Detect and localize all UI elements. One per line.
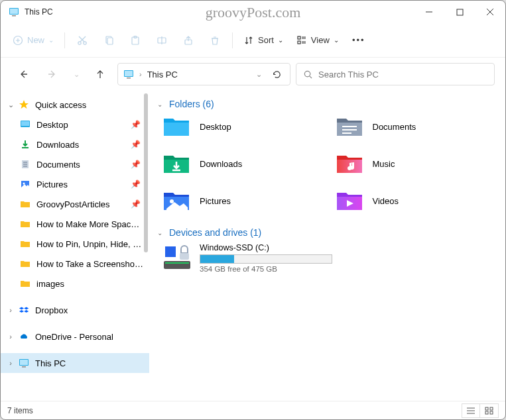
folder-music[interactable]: Music — [336, 152, 502, 176]
sidebar-item-documents[interactable]: Documents 📌 — [1, 154, 149, 174]
star-icon — [18, 99, 30, 111]
sidebar-item-folder[interactable]: How to Pin, Unpin, Hide, and — [1, 234, 149, 254]
more-button[interactable]: ••• — [347, 28, 371, 52]
sidebar-item-quick-access[interactable]: ⌄ Quick access — [1, 95, 149, 115]
section-folders[interactable]: ⌄ Folders (6) — [157, 99, 501, 109]
sidebar-item-dropbox[interactable]: › Dropbox — [1, 300, 149, 320]
paste-button[interactable] — [123, 28, 147, 52]
sidebar-item-pictures[interactable]: Pictures 📌 — [1, 174, 149, 194]
pin-icon: 📌 — [131, 199, 141, 209]
svg-rect-66 — [490, 411, 493, 414]
svg-rect-31 — [127, 78, 131, 79]
search-box[interactable] — [296, 63, 495, 85]
chevron-down-icon: ⌄ — [278, 36, 283, 44]
sidebar-item-folder[interactable]: How to Make More Space Av — [1, 214, 149, 234]
grid-icon — [485, 407, 494, 415]
delete-button[interactable] — [203, 28, 227, 52]
pin-icon: 📌 — [131, 160, 141, 169]
svg-rect-56 — [165, 252, 170, 257]
folder-icon — [19, 238, 31, 250]
search-icon — [303, 70, 313, 79]
this-pc-icon — [18, 357, 30, 369]
section-drives[interactable]: ⌄ Devices and drives (1) — [157, 227, 501, 238]
folder-downloads[interactable]: Downloads — [162, 152, 329, 176]
this-pc-icon — [9, 7, 19, 17]
share-button[interactable] — [176, 28, 200, 52]
svg-point-50 — [170, 199, 174, 203]
close-button[interactable] — [475, 1, 505, 23]
drive-label: Windows-SSD (C:) — [200, 243, 332, 252]
maximize-button[interactable] — [444, 1, 475, 23]
folder-videos[interactable]: Videos — [336, 189, 502, 213]
minimize-button[interactable] — [414, 1, 444, 23]
folder-icon — [19, 258, 31, 270]
watermark: groovyPost.com — [206, 4, 301, 21]
window-title: This PC — [25, 7, 53, 17]
up-button[interactable] — [88, 62, 112, 86]
chevron-down-icon[interactable]: ⌄ — [256, 70, 262, 79]
refresh-button[interactable] — [267, 70, 286, 79]
search-input[interactable] — [318, 70, 487, 79]
paste-icon — [130, 35, 141, 46]
svg-rect-4 — [457, 9, 463, 15]
view-details-button[interactable] — [462, 403, 480, 418]
folder-icon — [19, 198, 31, 210]
arrow-up-icon — [95, 69, 105, 79]
sidebar-item-downloads[interactable]: Downloads 📌 — [1, 134, 149, 154]
svg-rect-45 — [22, 366, 26, 368]
forward-button[interactable] — [40, 62, 64, 86]
svg-rect-51 — [164, 261, 190, 269]
sidebar-item-folder[interactable]: GroovyPostArticles 📌 — [1, 194, 149, 214]
folder-pictures[interactable]: Pictures — [162, 189, 329, 213]
chevron-down-icon: ⌄ — [48, 36, 54, 44]
chevron-right-icon: › — [5, 359, 17, 367]
address-bar[interactable]: › This PC ⌄ — [117, 63, 290, 85]
sidebar-item-folder[interactable]: images — [1, 274, 149, 293]
sidebar-item-desktop[interactable]: Desktop 📌 — [1, 115, 149, 134]
drive-c[interactable]: Windows-SSD (C:) 354 GB free of 475 GB — [162, 243, 501, 273]
trash-icon — [210, 35, 220, 46]
rename-icon — [157, 35, 167, 46]
svg-rect-64 — [490, 407, 493, 410]
folder-icon — [19, 278, 31, 289]
copy-icon — [103, 35, 114, 46]
sidebar-item-onedrive[interactable]: › OneDrive - Personal — [1, 327, 149, 346]
view-button[interactable]: View ⌄ — [291, 28, 344, 52]
drive-usage-bar — [200, 254, 332, 264]
rename-button[interactable] — [150, 28, 174, 52]
copy-button[interactable] — [97, 28, 121, 52]
chevron-right-icon: › — [5, 333, 17, 341]
svg-rect-57 — [171, 252, 176, 257]
divider — [64, 32, 65, 48]
cut-button[interactable] — [70, 28, 94, 52]
plus-circle-icon — [13, 35, 23, 46]
sidebar-scrollbar[interactable] — [144, 93, 148, 252]
recent-button[interactable]: ⌄ — [70, 62, 83, 86]
arrow-left-icon — [18, 69, 29, 79]
pin-icon: 📌 — [131, 180, 141, 189]
sidebar-item-this-pc[interactable]: › This PC — [1, 353, 149, 373]
svg-rect-59 — [180, 253, 189, 260]
svg-rect-1 — [10, 9, 18, 14]
dropbox-icon — [18, 304, 30, 316]
drive-subtext: 354 GB free of 475 GB — [200, 265, 332, 273]
refresh-icon — [272, 70, 282, 79]
back-button[interactable] — [11, 62, 35, 86]
new-button[interactable]: New ⌄ — [7, 28, 59, 52]
divider — [232, 32, 233, 48]
folder-documents[interactable]: Documents — [336, 115, 502, 138]
sidebar-item-folder[interactable]: How to Take a Screenshot on — [1, 254, 149, 274]
chevron-down-icon: ⌄ — [74, 70, 80, 79]
downloads-icon — [19, 138, 31, 150]
svg-point-10 — [78, 41, 81, 44]
chevron-right-icon: › — [139, 70, 142, 78]
folder-desktop[interactable]: Desktop — [162, 115, 329, 138]
svg-rect-15 — [107, 38, 113, 44]
view-tiles-button[interactable] — [480, 403, 499, 418]
chevron-down-icon: ⌄ — [157, 101, 166, 108]
list-icon — [466, 407, 475, 415]
desktop-icon — [19, 119, 31, 131]
videos-folder-icon — [336, 189, 363, 213]
svg-rect-30 — [125, 71, 133, 76]
sort-button[interactable]: Sort ⌄ — [238, 28, 288, 52]
